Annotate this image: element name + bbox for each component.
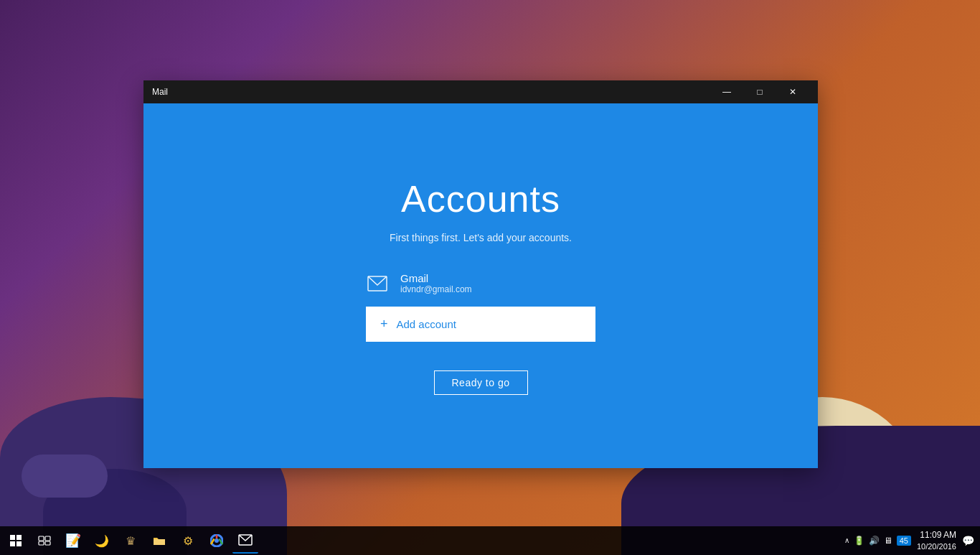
account-provider: Gmail — [400, 272, 472, 284]
add-account-button[interactable]: + Add account — [366, 307, 595, 342]
add-account-label: Add account — [397, 318, 456, 330]
file-explorer-icon[interactable] — [146, 528, 172, 554]
svg-rect-8 — [45, 541, 50, 545]
svg-rect-9 — [154, 539, 165, 545]
sticky-notes-icon[interactable]: 📝 — [60, 528, 86, 554]
minimize-button[interactable]: — — [710, 80, 743, 103]
svg-rect-2 — [17, 535, 22, 540]
settings-app-icon[interactable]: ⚙ — [175, 528, 201, 554]
plus-icon: + — [380, 317, 388, 332]
task-view-button[interactable] — [32, 528, 57, 554]
envelope-icon — [366, 272, 389, 295]
taskbar-clock[interactable]: 11:09 AM 10/20/2016 — [917, 530, 956, 551]
moon-icon[interactable]: 🌙 — [89, 528, 115, 554]
accounts-heading: Accounts — [401, 177, 560, 220]
accounts-subtitle: First things first. Let's add your accou… — [390, 232, 572, 243]
window-titlebar: Mail — □ ✕ — [143, 80, 818, 103]
system-tray: ∧ 🔋 🔊 🖥 45 — [844, 536, 911, 546]
window-content: Accounts First things first. Let's add y… — [143, 103, 818, 468]
gmail-account-item[interactable]: Gmail idvndr@gmail.com — [366, 272, 595, 295]
desktop: Mail — □ ✕ Accounts First things first. … — [0, 0, 980, 555]
action-center-icon[interactable]: 💬 — [962, 535, 974, 546]
svg-point-11 — [215, 538, 219, 543]
mail-window: Mail — □ ✕ Accounts First things first. … — [143, 80, 818, 468]
clock-date: 10/20/2016 — [917, 541, 956, 551]
svg-rect-1 — [10, 535, 15, 540]
svg-rect-6 — [45, 536, 50, 541]
close-button[interactable]: ✕ — [776, 80, 809, 103]
taskbar-left: 📝 🌙 ♛ ⚙ — [0, 528, 261, 554]
battery-icon: 🔋 — [854, 536, 864, 546]
svg-rect-5 — [39, 536, 44, 541]
tray-expand-icon[interactable]: ∧ — [844, 536, 849, 544]
taskbar-right: ∧ 🔋 🔊 🖥 45 11:09 AM 10/20/2016 💬 — [839, 530, 980, 551]
window-controls: — □ ✕ — [710, 80, 809, 103]
mail-app-icon[interactable] — [232, 528, 258, 554]
notification-count: 45 — [897, 536, 911, 546]
crown-app-icon[interactable]: ♛ — [118, 528, 143, 554]
window-title: Mail — [152, 87, 710, 97]
account-info: Gmail idvndr@gmail.com — [400, 272, 472, 294]
volume-icon[interactable]: 🔊 — [869, 536, 880, 546]
svg-rect-3 — [10, 541, 15, 546]
svg-rect-4 — [17, 541, 22, 546]
network-icon[interactable]: 🖥 — [884, 536, 892, 546]
maximize-button[interactable]: □ — [743, 80, 776, 103]
chrome-icon[interactable] — [204, 528, 230, 554]
svg-rect-7 — [39, 541, 44, 545]
cloud-decoration — [22, 454, 108, 498]
clock-time: 11:09 AM — [917, 530, 956, 541]
ready-to-go-button[interactable]: Ready to go — [434, 370, 528, 395]
taskbar: 📝 🌙 ♛ ⚙ — [0, 526, 980, 555]
start-button[interactable] — [3, 528, 29, 554]
account-email: idvndr@gmail.com — [400, 284, 472, 294]
